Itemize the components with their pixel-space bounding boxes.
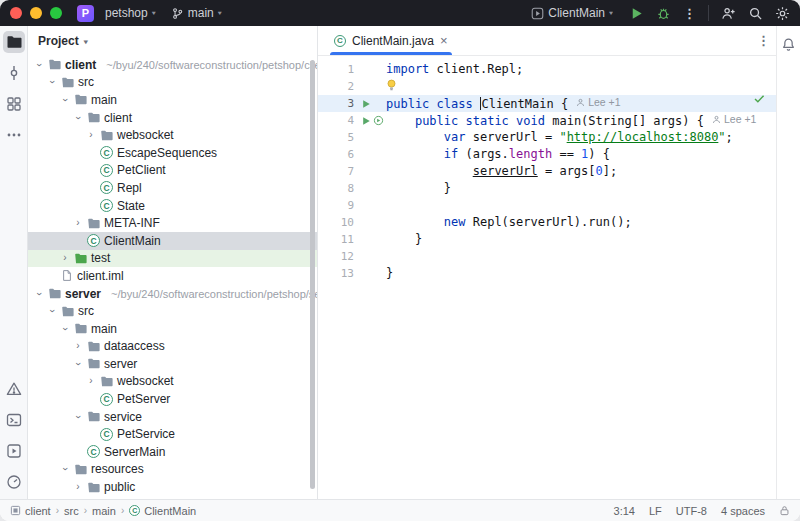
code-line-11[interactable]: 11 } (318, 231, 776, 248)
tree-chevron-down-icon[interactable]: › (34, 60, 44, 70)
tree-chevron-down-icon[interactable]: › (47, 306, 57, 316)
tab-options-button[interactable]: ⋮ (757, 33, 770, 48)
code-line-13[interactable]: 13} (318, 265, 776, 282)
tree-item-label: client.iml (77, 269, 124, 283)
tree-chevron-right-icon[interactable]: › (86, 376, 96, 386)
tree-chevron-down-icon[interactable]: › (60, 464, 70, 474)
tree-chevron-down-icon[interactable]: › (34, 289, 44, 299)
code-vision-author-hint[interactable]: Lee +1 (712, 111, 756, 128)
breadcrumb-src[interactable]: src (64, 505, 79, 517)
breadcrumb-main[interactable]: main (92, 505, 116, 517)
file-encoding[interactable]: UTF-8 (676, 505, 707, 517)
code-line-1[interactable]: 1import client.Repl; (318, 61, 776, 78)
tree-row-public[interactable]: ›public (28, 478, 317, 496)
more-tool-windows-button[interactable] (3, 124, 25, 146)
tree-row-main[interactable]: ›main (28, 91, 317, 109)
code-line-5[interactable]: 5 var serverUrl = "http://localhost:8080… (318, 129, 776, 146)
run-gutter-icon[interactable] (361, 99, 371, 109)
code-line-7[interactable]: 7 serverUrl = args[0]; (318, 163, 776, 180)
tree-chevron-right-icon[interactable]: › (73, 482, 83, 492)
code-line-9[interactable]: 9 (318, 197, 776, 214)
tree-row-dataaccess[interactable]: ›dataaccess (28, 338, 317, 356)
indent-style[interactable]: 4 spaces (721, 505, 765, 517)
tree-row-escapesequences[interactable]: CEscapeSequences (28, 144, 317, 162)
tree-row-src[interactable]: ›src (28, 302, 317, 320)
services-toolwindow-button[interactable] (3, 440, 25, 462)
breadcrumbs: client›src›main›CClientMain (10, 505, 196, 517)
run-button[interactable] (629, 6, 644, 21)
caret-position[interactable]: 3:14 (614, 505, 635, 517)
structure-toolwindow-button[interactable] (3, 93, 25, 115)
tree-row-websocket[interactable]: ›websocket (28, 373, 317, 391)
code-vision-author-hint[interactable]: Lee +1 (576, 94, 620, 111)
more-actions-button[interactable]: ⋮ (683, 6, 696, 21)
search-everywhere-button[interactable] (748, 6, 763, 21)
tree-chevron-right-icon[interactable]: › (73, 218, 83, 228)
run-configuration-widget[interactable]: ClientMain ▾ (527, 4, 617, 22)
code-with-me-button[interactable] (721, 6, 736, 21)
tree-row-service[interactable]: ›service (28, 408, 317, 426)
tree-row-server[interactable]: ›server~/byu/240/softwareconstruction/pe… (28, 285, 317, 303)
code-line-4[interactable]: 4 public static void main(String[] args)… (318, 112, 776, 129)
tree-row-petservice[interactable]: CPetService (28, 425, 317, 443)
settings-button[interactable] (775, 6, 790, 21)
breadcrumb-clientmain[interactable]: CClientMain (129, 505, 196, 517)
profiler-toolwindow-button[interactable] (3, 471, 25, 493)
tree-chevron-down-icon[interactable]: › (47, 77, 57, 87)
tree-chevron-right-icon[interactable]: › (86, 130, 96, 140)
tree-row-resources[interactable]: ›resources (28, 461, 317, 479)
tree-row-server[interactable]: ›server (28, 355, 317, 373)
tree-row-main[interactable]: ›main (28, 320, 317, 338)
code-line-8[interactable]: 8 } (318, 180, 776, 197)
breadcrumb-client[interactable]: client (10, 505, 51, 517)
line-separator[interactable]: LF (649, 505, 662, 517)
tab-clientmain-java[interactable]: C ClientMain.java × (324, 26, 458, 55)
tree-row-client[interactable]: ›client~/byu/240/softwareconstruction/pe… (28, 56, 317, 74)
code-line-3[interactable]: 3public class ClientMain {Lee +1 (318, 95, 776, 112)
tree-chevron-down-icon[interactable]: › (60, 324, 70, 334)
tree-row-src[interactable]: ›src (28, 74, 317, 92)
inspections-ok-icon[interactable] (753, 92, 766, 105)
tab-close-icon[interactable]: × (440, 34, 448, 47)
tree-chevron-down-icon[interactable]: › (73, 359, 83, 369)
window-zoom-button[interactable] (50, 7, 62, 19)
tree-chevron-down-icon[interactable]: › (60, 95, 70, 105)
problems-toolwindow-button[interactable] (3, 378, 25, 400)
tree-chevron-down-icon[interactable]: › (73, 113, 83, 123)
commit-toolwindow-button[interactable] (3, 62, 25, 84)
vcs-branch-widget[interactable]: main ▾ (167, 4, 226, 22)
tree-row-servermain[interactable]: CServerMain (28, 443, 317, 461)
tree-row-state[interactable]: CState (28, 197, 317, 215)
project-scrollbar[interactable] (310, 60, 315, 489)
notifications-bell-icon[interactable] (778, 33, 800, 55)
tree-chevron-down-icon[interactable]: › (73, 412, 83, 422)
window-close-button[interactable] (10, 7, 22, 19)
window-minimize-button[interactable] (30, 7, 42, 19)
tree-chevron-right-icon[interactable]: › (73, 341, 83, 351)
run-gutter-icon[interactable] (361, 116, 371, 126)
tree-chevron-right-icon[interactable]: › (60, 253, 70, 263)
tree-row-clientmain[interactable]: CClientMain (28, 232, 317, 250)
readonly-lock-icon[interactable] (779, 505, 790, 516)
tree-row-websocket[interactable]: ›websocket (28, 126, 317, 144)
code-line-10[interactable]: 10 new Repl(serverUrl).run(); (318, 214, 776, 231)
code-line-6[interactable]: 6 if (args.length == 1) { (318, 146, 776, 163)
tree-row-client[interactable]: ›client (28, 109, 317, 127)
code-line-2[interactable]: 2 (318, 78, 776, 95)
code-line-12[interactable]: 12 (318, 248, 776, 265)
project-panel-header[interactable]: Project ▾ (28, 26, 317, 56)
tree-row-petclient[interactable]: CPetClient (28, 162, 317, 180)
terminal-toolwindow-button[interactable] (3, 409, 25, 431)
debug-button[interactable] (656, 6, 671, 21)
project-widget[interactable]: petshop ▾ (101, 4, 160, 22)
breadcrumb-separator: › (84, 505, 87, 516)
run-secondary-gutter-icon[interactable] (373, 115, 384, 126)
code-editor[interactable]: 1import client.Repl;23public class Clien… (318, 56, 776, 499)
tree-row-test[interactable]: ›test (28, 250, 317, 268)
tree-row-client.iml[interactable]: client.iml (28, 267, 317, 285)
tree-row-meta-inf[interactable]: ›META-INF (28, 214, 317, 232)
tree-row-petserver[interactable]: CPetServer (28, 390, 317, 408)
tree-row-repl[interactable]: CRepl (28, 179, 317, 197)
project-toolwindow-button[interactable] (3, 31, 25, 53)
intention-bulb-icon[interactable] (386, 79, 397, 92)
